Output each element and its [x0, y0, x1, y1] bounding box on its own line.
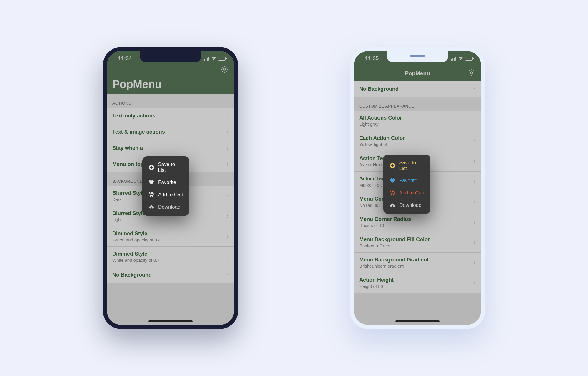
chevron-right-icon: ›	[474, 279, 476, 287]
table-row[interactable]: No Background›	[354, 81, 481, 97]
battery-icon	[465, 57, 473, 61]
table-row[interactable]: All Actions ColorLight gray›	[354, 111, 481, 131]
svg-rect-3	[150, 167, 153, 168]
popup-item-favorite[interactable]: Favorite	[142, 176, 189, 189]
table-row[interactable]: Text & image actions›	[107, 124, 234, 140]
table-row[interactable]: Menu Background Fill ColorPopMenu Green›	[354, 232, 481, 253]
chevron-right-icon: ›	[474, 198, 476, 206]
pop-menu: Save to List Favorite Add to Cart Downlo…	[383, 155, 430, 214]
chevron-right-icon: ›	[474, 259, 476, 266]
chevron-right-icon: ›	[227, 212, 229, 220]
table-row[interactable]: Text-only actions›	[107, 108, 234, 124]
table-row[interactable]: Action HeightHeight of 80›	[354, 273, 481, 293]
section-header-actions: ACTIONS	[107, 94, 234, 108]
table-row[interactable]: Each Action ColorYellow, light bl›	[354, 131, 481, 151]
plus-circle-icon	[389, 162, 395, 169]
table-row[interactable]: Menu Corner RadiusRadius of 10›	[354, 212, 481, 232]
svg-point-14	[393, 194, 394, 195]
table-row[interactable]: Dimmed StyleWhite and opacity of 0.7›	[107, 247, 234, 267]
chevron-right-icon: ›	[227, 271, 229, 279]
battery-icon	[218, 57, 226, 61]
popup-item-favorite[interactable]: Favorite	[383, 174, 430, 187]
chevron-right-icon: ›	[474, 137, 476, 145]
chevron-right-icon: ›	[227, 128, 229, 136]
cart-icon	[389, 190, 396, 196]
chevron-right-icon: ›	[227, 233, 229, 240]
home-indicator[interactable]	[148, 320, 193, 322]
table-row[interactable]: Stay when a›	[107, 140, 234, 156]
heart-icon	[389, 177, 396, 184]
chevron-right-icon: ›	[474, 178, 476, 185]
page-title: PopMenu	[112, 78, 229, 91]
wifi-icon	[458, 56, 463, 61]
popup-item-label: Download	[399, 202, 422, 208]
chevron-right-icon: ›	[474, 85, 476, 93]
signal-icon	[451, 57, 456, 61]
phone-mockup-dark: 11:34 PopMenu ACTIONS Text-only actions›…	[103, 47, 238, 329]
pop-menu: Save to List Favorite Add to Cart Downlo…	[142, 156, 189, 216]
popup-item-label: Add to Cart	[158, 192, 183, 198]
svg-rect-12	[391, 165, 394, 166]
chevron-right-icon: ›	[474, 117, 476, 125]
chevron-right-icon: ›	[474, 157, 476, 165]
table-row[interactable]: Menu Background GradientBright unicorn g…	[354, 253, 481, 273]
popup-item-label: Save to List	[158, 162, 183, 173]
device-notch	[387, 51, 448, 62]
svg-point-13	[391, 194, 392, 195]
phone-mockup-light: 11:35 PopMenu No Background› CUSTOMIZE A…	[350, 47, 485, 329]
gear-icon[interactable]	[220, 65, 229, 75]
popup-item-label: Favorite	[158, 179, 176, 185]
table-row[interactable]: No Background›	[107, 267, 234, 283]
svg-point-9	[470, 72, 472, 74]
cart-icon	[148, 192, 155, 198]
signal-icon	[204, 57, 209, 61]
nav-small-title-bar: PopMenu	[354, 66, 481, 81]
screen-1: 11:34 PopMenu ACTIONS Text-only actions›…	[107, 51, 234, 325]
popup-item-download[interactable]: Download	[383, 199, 430, 212]
plus-circle-icon	[148, 164, 154, 171]
popup-item-label: Favorite	[399, 178, 417, 184]
popup-item-cart[interactable]: Add to Cart	[142, 189, 189, 201]
svg-point-5	[152, 196, 153, 197]
popup-item-cart[interactable]: Add to Cart	[383, 187, 430, 199]
screen-2: 11:35 PopMenu No Background› CUSTOMIZE A…	[354, 51, 481, 325]
section-header-customize: CUSTOMIZE APPEARANCE	[354, 97, 481, 111]
home-indicator[interactable]	[395, 320, 440, 322]
popup-item-label: Save to List	[399, 160, 425, 172]
svg-point-0	[223, 68, 225, 70]
table-row[interactable]: Dimmed StyleGreen and opacity of 0.4›	[107, 226, 234, 247]
chevron-right-icon: ›	[227, 144, 229, 152]
download-icon	[148, 204, 155, 210]
popup-item-save[interactable]: Save to List	[142, 159, 189, 176]
chevron-right-icon: ›	[227, 112, 229, 120]
chevron-right-icon: ›	[474, 218, 476, 226]
chevron-right-icon: ›	[227, 253, 229, 261]
device-notch	[140, 51, 201, 62]
popup-item-label: Download	[158, 204, 181, 210]
chevron-right-icon: ›	[227, 192, 229, 200]
popup-item-download[interactable]: Download	[142, 201, 189, 213]
status-time: 11:35	[365, 56, 379, 62]
svg-point-4	[150, 196, 151, 197]
page-title: PopMenu	[405, 70, 430, 77]
nav-large-title-bar: PopMenu	[107, 78, 234, 94]
gear-icon[interactable]	[467, 69, 476, 78]
popup-item-label: Add to Cart	[399, 190, 425, 196]
chevron-right-icon: ›	[227, 160, 229, 168]
heart-icon	[148, 179, 155, 186]
popup-item-save[interactable]: Save to List	[383, 157, 430, 174]
chevron-right-icon: ›	[474, 239, 476, 246]
status-time: 11:34	[118, 56, 132, 62]
svg-rect-17	[392, 191, 394, 192]
svg-rect-8	[151, 193, 153, 193]
wifi-icon	[211, 56, 216, 61]
download-icon	[389, 202, 396, 209]
